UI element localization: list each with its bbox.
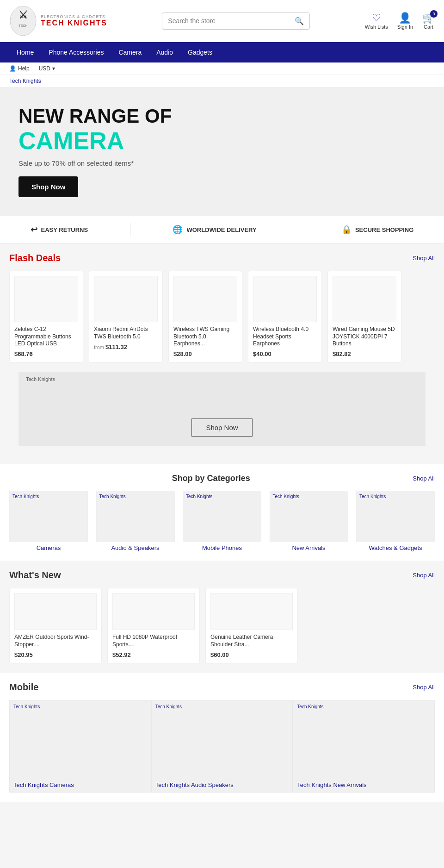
heart-icon: ♡ — [372, 12, 381, 24]
mobile-cat-audio[interactable]: Tech Knights Tech Knights Audio Speakers — [151, 700, 293, 793]
whats-new-name-1: Full HD 1080P Waterproof Sports.... — [112, 634, 195, 649]
svg-text:TECH: TECH — [18, 24, 27, 27]
nav-item-gadgets[interactable]: Gadgets — [180, 42, 220, 62]
category-label-audio: Audio & Speakers — [111, 544, 159, 551]
features-bar: ↩ EASY RETURNS 🌐 WORLDWIDE DELIVERY 🔒 SE… — [0, 216, 444, 244]
search-input[interactable] — [168, 17, 295, 25]
logo-main: TECH KNIGHTS — [41, 19, 107, 27]
mobile-label-cameras: Tech Knights Cameras — [13, 781, 74, 788]
mobile-brand-cameras: Tech Knights — [13, 704, 40, 709]
category-img-mobile: Tech Knights — [183, 491, 261, 542]
product-card-3[interactable]: Wireless Bluetooth 4.0 Headset Sports Ea… — [248, 271, 322, 362]
category-watches[interactable]: Tech Knights Watches & Gadgets — [356, 491, 435, 551]
help-label: Help — [18, 65, 30, 72]
hero-shop-now-button[interactable]: Shop Now — [18, 176, 78, 197]
cart-label: Cart — [424, 24, 433, 30]
mobile-cat-arrivals[interactable]: Tech Knights Tech Knights New Arrivals — [293, 700, 435, 793]
feature-delivery-label: WORLDWIDE DELIVERY — [186, 226, 256, 233]
product-name-1: Xiaomi Redmi AirDots TWS Bluetooth 5.0 — [94, 326, 158, 341]
delivery-icon: 🌐 — [173, 225, 183, 235]
nav-item-camera[interactable]: Camera — [111, 42, 149, 62]
category-new-arrivals[interactable]: Tech Knights New Arrivals — [270, 491, 348, 551]
category-audio[interactable]: Tech Knights Audio & Speakers — [96, 491, 175, 551]
banner2-shop-now-button[interactable]: Shop Now — [191, 418, 252, 437]
returns-icon: ↩ — [31, 225, 37, 235]
categories-row: Tech Knights Cameras Tech Knights Audio … — [9, 491, 435, 551]
feature-secure: 🔒 SECURE SHOPPING — [341, 225, 413, 235]
categories-shop-all[interactable]: Shop All — [413, 475, 435, 482]
whats-new-card-2[interactable]: Genuine Leather Camera Shoulder Stra... … — [205, 588, 298, 663]
logo-text: ELECTRONICS & GADGETS TECH KNIGHTS — [41, 14, 107, 27]
search-bar[interactable]: 🔍 — [162, 12, 310, 30]
wishlist-button[interactable]: ♡ Wish Lists — [365, 12, 388, 30]
hero-title-line1: NEW RANGE OF — [18, 106, 426, 127]
nav-item-audio[interactable]: Audio — [149, 42, 180, 62]
product-price-2: $28.00 — [173, 350, 237, 357]
logo[interactable]: ⚔ TECH ELECTRONICS & GADGETS TECH KNIGHT… — [9, 5, 107, 37]
whats-new-card-1[interactable]: Full HD 1080P Waterproof Sports.... $52.… — [107, 588, 200, 663]
mobile-header: Mobile Shop All — [9, 682, 435, 693]
cart-badge: 0 — [430, 10, 438, 18]
hero-subtitle: Sale up to 70% off on selected items* — [18, 159, 426, 167]
secondary-banner: Tech Knights Shop Now — [18, 372, 426, 446]
product-card-2[interactable]: Wireless TWS Gaming Bluetooth 5.0 Earpho… — [168, 271, 242, 362]
product-name-2: Wireless TWS Gaming Bluetooth 5.0 Earpho… — [173, 326, 237, 348]
nav-item-phone[interactable]: Phone Accessories — [41, 42, 111, 62]
mobile-brand-audio: Tech Knights — [155, 704, 182, 709]
category-img-cameras: Tech Knights — [9, 491, 88, 542]
product-card-0[interactable]: Zelotes C-12 Programmable Buttons LED Op… — [9, 271, 83, 362]
product-image-3 — [253, 276, 317, 322]
nav-item-home[interactable]: Home — [9, 42, 41, 62]
product-image-4 — [333, 276, 396, 322]
feature-divider-2 — [299, 223, 299, 237]
product-card-4[interactable]: Wired Gaming Mouse 5D JOYSTICK 4000DPI 7… — [327, 271, 401, 362]
product-name-4: Wired Gaming Mouse 5D JOYSTICK 4000DPI 7… — [333, 326, 396, 348]
product-image-0 — [14, 276, 78, 322]
logo-icon: ⚔ TECH — [9, 5, 37, 37]
feature-secure-label: SECURE SHOPPING — [355, 226, 413, 233]
svg-text:⚔: ⚔ — [18, 9, 28, 21]
mobile-shop-all[interactable]: Shop All — [413, 684, 435, 691]
category-img-audio: Tech Knights — [96, 491, 175, 542]
cart-button[interactable]: 🛒 0 Cart — [422, 12, 435, 30]
whats-new-price-0: $20.95 — [14, 651, 97, 658]
banner2-brand: Tech Knights — [26, 376, 55, 382]
flash-deals-title: Flash Deals — [9, 253, 61, 263]
help-button[interactable]: 👤 Help — [9, 65, 30, 72]
header: ⚔ TECH ELECTRONICS & GADGETS TECH KNIGHT… — [0, 0, 444, 42]
currency-label: USD — [39, 65, 50, 72]
from-label-1: from — [94, 344, 105, 350]
chevron-down-icon: ▾ — [52, 65, 55, 72]
mobile-label-audio: Tech Knights Audio Speakers — [155, 781, 234, 788]
category-img-watches: Tech Knights — [356, 491, 435, 542]
user-icon: 👤 — [399, 12, 411, 24]
signin-button[interactable]: 👤 Sign In — [397, 12, 413, 30]
whats-new-name-2: Genuine Leather Camera Shoulder Stra... — [210, 634, 293, 649]
category-brand-arrivals: Tech Knights — [273, 494, 299, 499]
signin-label: Sign In — [397, 24, 413, 30]
whats-new-card-0[interactable]: AMZER Outdoor Sports Wind-Stopper.... $2… — [9, 588, 102, 663]
search-button[interactable]: 🔍 — [295, 17, 304, 25]
category-mobile[interactable]: Tech Knights Mobile Phones — [183, 491, 261, 551]
category-label-cameras: Cameras — [37, 544, 61, 551]
product-price-0: $68.76 — [14, 350, 78, 357]
flash-deals-row: Zelotes C-12 Programmable Buttons LED Op… — [9, 271, 435, 362]
product-card-1[interactable]: Xiaomi Redmi AirDots TWS Bluetooth 5.0 f… — [89, 271, 163, 362]
mobile-cat-cameras[interactable]: Tech Knights Tech Knights Cameras — [9, 700, 151, 793]
whats-new-img-2 — [210, 593, 293, 630]
category-cameras[interactable]: Tech Knights Cameras — [9, 491, 88, 551]
currency-selector[interactable]: USD ▾ — [39, 65, 55, 72]
mobile-brand-arrivals: Tech Knights — [297, 704, 323, 709]
category-label-watches: Watches & Gadgets — [369, 544, 422, 551]
flash-deals-shop-all[interactable]: Shop All — [413, 255, 435, 262]
flash-deals-section: Flash Deals Shop All Zelotes C-12 Progra… — [0, 244, 444, 372]
categories-section: Shop by Categories Shop All Tech Knights… — [0, 464, 444, 561]
secondary-nav: 👤 Help USD ▾ — [0, 62, 444, 75]
category-brand-audio: Tech Knights — [99, 494, 126, 499]
feature-returns: ↩ EASY RETURNS — [31, 225, 88, 235]
product-price-4: $82.82 — [333, 350, 396, 357]
whats-new-shop-all[interactable]: Shop All — [413, 572, 435, 579]
logo-subtitle: ELECTRONICS & GADGETS — [41, 14, 107, 19]
header-icons: ♡ Wish Lists 👤 Sign In 🛒 0 Cart — [365, 12, 435, 30]
mobile-categories-row: Tech Knights Tech Knights Cameras Tech K… — [9, 700, 435, 793]
